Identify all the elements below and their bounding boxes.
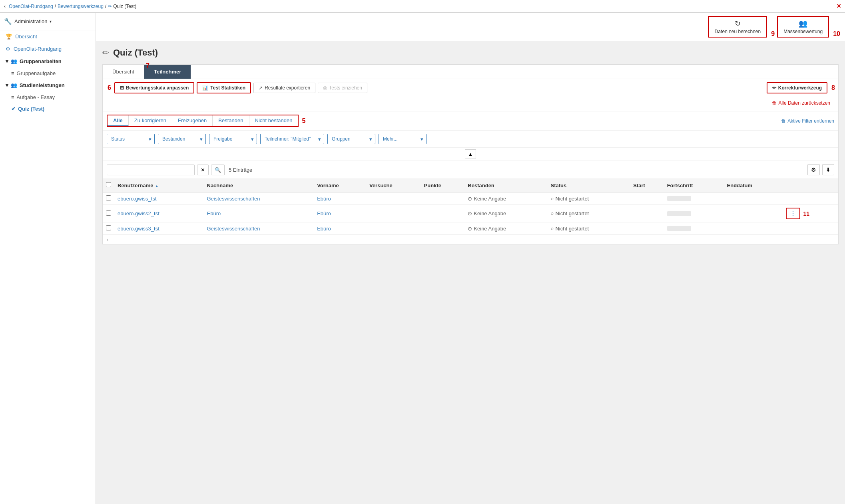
row2-action-button[interactable]: ⋮ [786, 208, 800, 219]
sidebar-item-openolat[interactable]: ⚙ OpenOlat-Rundgang [0, 43, 96, 55]
label-6: 6 [108, 84, 111, 91]
gruppenaufgabe-icon: ≡ [11, 70, 14, 76]
row2-nachname[interactable]: Ebüro [204, 205, 314, 222]
action-row: 6 ⊞ Bewertungsskala anpassen 📊 Test Stat… [103, 79, 838, 111]
filter-tabs-row: Alle Zu korrigieren Freizugeben Bestande… [103, 111, 838, 131]
filter-tabs: Alle Zu korrigieren Freizugeben Bestande… [107, 115, 299, 127]
no-value-icon: ⊙ [468, 196, 472, 202]
download-button[interactable]: ⬇ [822, 164, 834, 175]
breadcrumb-openolat[interactable]: OpenOlat-Rundgang [9, 4, 53, 9]
row3-punkte [421, 222, 465, 235]
row2-actions: ⋮ 11 [783, 205, 838, 222]
sidebar-group-studienleistungen[interactable]: ▾ 👥 Studienleistungen [0, 79, 96, 91]
row3-nachname[interactable]: Geisteswissenschaften [204, 222, 314, 235]
export-icon: ↗ [259, 85, 263, 91]
sidebar-item-quiz-test[interactable]: ✔ Quiz (Test) [0, 103, 96, 115]
row1-status: ○ Nicht gestartet [548, 192, 630, 205]
filter-tab-alle[interactable]: Alle [108, 115, 129, 126]
openolat-icon: ⚙ [6, 46, 10, 52]
massenbewertung-button[interactable]: 👥 Massenbewertung [777, 16, 829, 38]
row1-checkbox[interactable] [106, 195, 111, 200]
collapse-row: ▲ [103, 148, 838, 161]
row3-username[interactable]: ebuero.gwiss3_tst [114, 222, 204, 235]
th-nachname[interactable]: Nachname [204, 179, 314, 192]
row3-checkbox[interactable] [106, 225, 111, 230]
filter-tab-freizugeben[interactable]: Freizugeben [172, 115, 213, 126]
studienleistungen-expand-icon: ▾ [6, 82, 8, 88]
status-circle-icon2: ○ [551, 210, 554, 216]
bestanden-dropdown[interactable]: Bestanden [158, 134, 206, 144]
freigabe-dropdown[interactable]: Freigabe [209, 134, 257, 144]
th-enddatum[interactable]: Enddatum [724, 179, 783, 192]
th-punkte[interactable]: Punkte [421, 179, 465, 192]
filter-tab-bestanden[interactable]: Bestanden [213, 115, 249, 126]
sidebar-item-aufgabe-essay[interactable]: ≡ Aufgabe - Essay [0, 91, 96, 103]
tests-einziehen-button[interactable]: ◎ Tests einziehen [318, 83, 367, 93]
label-8: 8 [831, 84, 835, 91]
resultate-exportieren-button[interactable]: ↗ Resultate exportieren [253, 83, 315, 93]
th-fortschritt[interactable]: Fortschritt [664, 179, 724, 192]
th-vorname[interactable]: Vorname [314, 179, 366, 192]
settings-icon-button[interactable]: ⚙ [807, 164, 820, 175]
search-row: ✕ 🔍 5 Einträge ⚙ ⬇ [103, 161, 838, 179]
daten-berechnen-button[interactable]: ↻ Daten neu berechnen [708, 16, 767, 38]
sidebar-group-gruppenarbeiten[interactable]: ▾ 👥 Gruppenarbeiten [0, 55, 96, 67]
tab-teilnehmer[interactable]: Teilnehmer [144, 65, 191, 79]
row1-nachname[interactable]: Geisteswissenschaften [204, 192, 314, 205]
sidebar: 🔧 Administration ▾ 🏆 Übersicht ⚙ OpenOla… [0, 13, 96, 504]
breadcrumb: ‹ OpenOlat-Rundgang / Bewertungswerkzeug… [4, 4, 136, 9]
row2-username[interactable]: ebuero.gwiss2_tst [114, 205, 204, 222]
clear-search-button[interactable]: ✕ [197, 165, 209, 175]
select-all-checkbox[interactable] [106, 182, 111, 187]
search-input[interactable] [107, 165, 195, 175]
row1-vorname[interactable]: Ebüro [314, 192, 366, 205]
row2-checkbox[interactable] [106, 210, 111, 216]
alle-daten-button[interactable]: 🗑 Alle Daten zurücksetzen [767, 98, 835, 108]
collapse-button[interactable]: ▲ [465, 149, 476, 159]
filter-tab-zu-korrigieren[interactable]: Zu korrigieren [129, 115, 172, 126]
scroll-hint: ‹ [103, 235, 838, 244]
gruppenarbeiten-icon: 👥 [11, 58, 17, 64]
status-dropdown[interactable]: Status [107, 134, 155, 144]
sidebar-item-gruppenaufgabe[interactable]: ≡ Gruppenaufgabe [0, 67, 96, 79]
main-tabs: Übersicht 7 Teilnehmer [103, 65, 838, 79]
search-button[interactable]: 🔍 [211, 165, 225, 175]
remove-filter-button[interactable]: 🗑 Aktive Filter entfernen [781, 118, 834, 124]
circle-icon: ◎ [323, 85, 327, 91]
page-edit-icon: ✏ [102, 48, 109, 58]
bewertungsskala-button[interactable]: ⊞ Bewertungsskala anpassen [114, 82, 194, 93]
sort-icon: ▲ [155, 184, 159, 188]
th-bestanden[interactable]: Bestanden [464, 179, 547, 192]
row2-vorname[interactable]: Ebüro [314, 205, 366, 222]
sidebar-item-uebersicht[interactable]: 🏆 Übersicht [0, 30, 96, 43]
mehr-dropdown[interactable]: Mehr... [379, 134, 426, 144]
gruppen-dropdown[interactable]: Gruppen [327, 134, 375, 144]
close-button[interactable]: × [837, 2, 841, 10]
row3-vorname[interactable]: Ebüro [314, 222, 366, 235]
back-arrow[interactable]: ‹ [4, 4, 6, 9]
th-versuche[interactable]: Versuche [366, 179, 421, 192]
row3-fortschritt [664, 222, 724, 235]
row1-username[interactable]: ebuero.gwiss_tst [114, 192, 204, 205]
th-status[interactable]: Status [548, 179, 630, 192]
label-11: 11 [803, 210, 809, 217]
row2-fortschritt [664, 205, 724, 222]
teilnehmer-dropdown[interactable]: Teilnehmer: "Mitglied" [260, 134, 324, 144]
page-title: Quiz (Test) [113, 48, 158, 58]
refresh-icon: ↻ [735, 19, 741, 28]
aufgabe-icon: ≡ [11, 94, 14, 100]
th-start[interactable]: Start [630, 179, 664, 192]
filter-tab-nicht-bestanden[interactable]: Nicht bestanden [249, 115, 298, 126]
test-statistiken-button[interactable]: 📊 Test Statistiken [197, 82, 251, 93]
status-circle-icon: ○ [551, 196, 554, 202]
admin-section: 🔧 Administration ▾ [0, 13, 96, 30]
row2-checkbox-cell [103, 205, 114, 222]
korrekturwerkzeug-button[interactable]: ✏ Korrekturwerkzeug [767, 82, 827, 93]
breadcrumb-bewertung[interactable]: Bewertungswerkzeug [58, 4, 104, 9]
studienleistungen-icon: 👥 [11, 82, 17, 88]
chevron-down-icon: ▾ [50, 19, 52, 24]
tab-uebersicht[interactable]: Übersicht 7 [103, 65, 144, 79]
row3-actions [783, 222, 838, 235]
th-benutzername[interactable]: Benutzername ▲ [114, 179, 204, 192]
row3-progress-bar [667, 226, 691, 231]
